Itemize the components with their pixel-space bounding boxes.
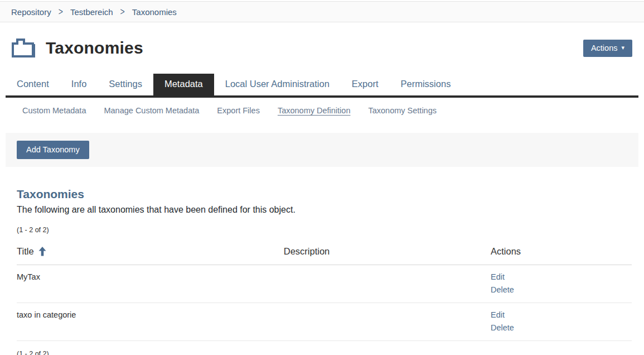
page-header: Taxonomies Actions ▾: [0, 22, 644, 70]
row-actions: Edit Delete: [491, 271, 632, 296]
taxonomy-title: taxo in categorie: [17, 309, 240, 319]
subtab-manage-custom-metadata[interactable]: Manage Custom Metadata: [95, 106, 208, 115]
toolbar: Add Taxonomy: [6, 133, 638, 167]
tab-local-user-administration[interactable]: Local User Administration: [214, 74, 341, 95]
tab-metadata[interactable]: Metadata: [153, 74, 214, 95]
column-header-actions: Actions: [491, 241, 632, 265]
table-row: taxo in categorie Edit Delete: [17, 303, 632, 341]
tab-settings[interactable]: Settings: [98, 74, 153, 95]
column-header-title[interactable]: Title: [17, 241, 240, 265]
column-header-title-label: Title: [17, 246, 34, 257]
delete-link[interactable]: Delete: [491, 322, 514, 334]
delete-link[interactable]: Delete: [491, 284, 514, 296]
folder-icon: [11, 37, 37, 59]
subtab-taxonomy-settings[interactable]: Taxonomy Settings: [359, 106, 446, 115]
breadcrumb-separator-icon: >: [120, 6, 125, 17]
table-row: MyTax Edit Delete: [17, 265, 632, 303]
table-header-row: Title Description Actions: [17, 241, 632, 265]
actions-button[interactable]: Actions ▾: [583, 40, 632, 57]
table-header-spacer: [374, 241, 491, 254]
page-title: Taxonomies: [46, 39, 143, 57]
pagination-top: (1 - 2 of 2): [17, 226, 632, 234]
section-heading: Taxonomies: [17, 188, 632, 201]
pagination-bottom: (1 - 2 of 2): [17, 350, 632, 355]
add-taxonomy-button[interactable]: Add Taxonomy: [17, 141, 89, 159]
column-header-description: Description: [240, 241, 374, 265]
breadcrumb-separator-icon: >: [59, 6, 63, 17]
taxonomies-table: Title Description Actions MyTax Edit Del…: [17, 241, 632, 341]
breadcrumb-item-repository[interactable]: Repository: [11, 7, 51, 17]
tab-export[interactable]: Export: [341, 74, 390, 95]
section-description: The following are all taxonomies that ha…: [17, 205, 632, 215]
main-content: Taxonomies The following are all taxonom…: [0, 188, 644, 355]
breadcrumb-item-testbereich[interactable]: Testbereich: [70, 7, 113, 17]
taxonomy-title: MyTax: [17, 271, 240, 281]
edit-link[interactable]: Edit: [491, 309, 505, 321]
subtab-export-files[interactable]: Export Files: [208, 106, 269, 115]
subtab-bar: Custom Metadata Manage Custom Metadata E…: [6, 98, 638, 124]
breadcrumb: Repository > Testbereich > Taxonomies: [0, 1, 644, 22]
tab-content[interactable]: Content: [6, 74, 60, 95]
tab-permissions[interactable]: Permissions: [390, 74, 462, 95]
subtab-custom-metadata[interactable]: Custom Metadata: [13, 106, 95, 115]
subtab-taxonomy-definition[interactable]: Taxonomy Definition: [269, 106, 360, 115]
sort-ascending-icon: [38, 247, 46, 256]
caret-down-icon: ▾: [621, 45, 624, 51]
breadcrumb-item-taxonomies[interactable]: Taxonomies: [132, 7, 177, 17]
row-actions: Edit Delete: [491, 309, 632, 334]
tab-info[interactable]: Info: [60, 74, 98, 95]
edit-link[interactable]: Edit: [491, 271, 505, 283]
actions-button-label: Actions: [591, 44, 618, 52]
tab-bar: Content Info Settings Metadata Local Use…: [6, 74, 638, 98]
